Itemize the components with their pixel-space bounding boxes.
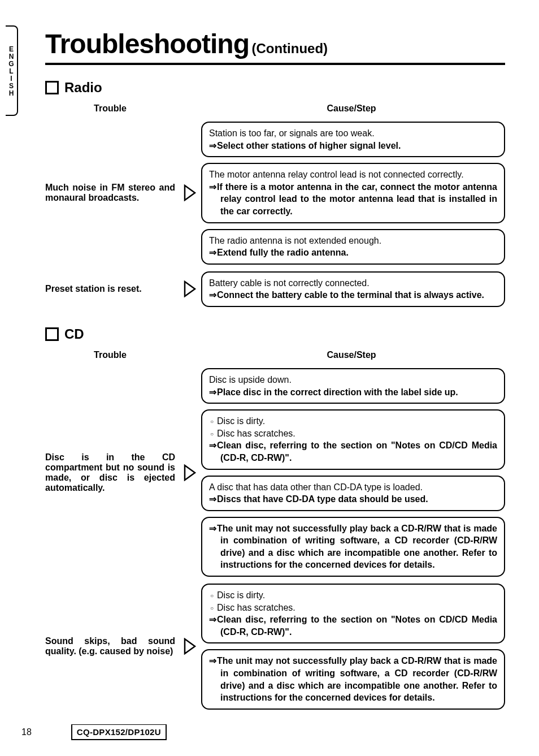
square-bullet-icon [45, 81, 59, 94]
title-row: Troubleshooting (Continued) [45, 28, 505, 65]
section-heading-radio: Radio [45, 80, 505, 96]
model-label: CQ-DPX152/DP102U [71, 724, 167, 740]
section-heading-label: Radio [64, 80, 102, 96]
cause-box: Disc is upside down. Place disc in the c… [201, 368, 505, 404]
step-text: Place disc in the correct direction with… [209, 386, 497, 399]
step-text: Discs that have CD-DA type data should b… [209, 493, 497, 506]
col-trouble: Trouble [45, 350, 175, 360]
arrow-icon [179, 122, 201, 265]
cause-text: Station is too far, or signals are too w… [209, 127, 497, 140]
footer: 18 CQ-DPX152/DP102U [21, 724, 167, 740]
table-row: Disc is in the CD compartment but no sou… [45, 368, 505, 577]
page-title: Troubleshooting [45, 29, 249, 59]
col-cause: Cause/Step [198, 103, 505, 114]
step-text: Select other stations of higher signal l… [209, 140, 497, 152]
cause-box: The radio antenna is not extended enough… [201, 229, 505, 265]
page-number: 18 [21, 727, 32, 737]
table-row: Sound skips, bad sound quality. (e.g. ca… [45, 584, 505, 710]
section-heading-label: CD [64, 326, 84, 342]
cause-box: Station is too far, or signals are too w… [201, 122, 505, 157]
cause-box: A disc that has data other than CD-DA ty… [201, 476, 505, 511]
step-text: The unit may not successfully play back … [209, 655, 497, 703]
cause-bullet: Disc has scratches. [210, 427, 497, 440]
table-header: Trouble Cause/Step [45, 103, 505, 114]
step-text: Clean disc, referring to the section on … [209, 614, 497, 638]
table-row: Much noise in FM stereo and monaural bro… [45, 122, 505, 265]
trouble-text: Sound skips, bad sound quality. (e.g. ca… [45, 584, 179, 710]
radio-table: Trouble Cause/Step Much noise in FM ster… [45, 103, 505, 307]
cause-box: Disc is dirty. Disc has scratches. Clean… [201, 584, 505, 643]
cd-table: Trouble Cause/Step Disc is in the CD com… [45, 350, 505, 710]
step-text: If there is a motor antenna in the car, … [209, 181, 497, 218]
arrow-icon [179, 271, 201, 307]
cause-box: The unit may not successfully play back … [201, 649, 505, 709]
cause-box: The motor antenna relay control lead is … [201, 163, 505, 223]
cause-bullet: Disc has scratches. [210, 602, 497, 614]
cause-box: Battery cable is not correctly connected… [201, 271, 505, 307]
table-row: Preset station is reset. Battery cable i… [45, 271, 505, 307]
cause-bullet: Disc is dirty. [210, 589, 497, 602]
step-text: Extend fully the radio antenna. [209, 247, 497, 259]
step-text: Connect the battery cable to the termina… [209, 289, 497, 301]
section-heading-cd: CD [45, 326, 505, 342]
step-text: The unit may not successfully play back … [209, 522, 497, 571]
trouble-text: Disc is in the CD compartment but no sou… [45, 368, 179, 577]
table-header: Trouble Cause/Step [45, 350, 505, 360]
cause-text: A disc that has data other than CD-DA ty… [209, 481, 497, 494]
cause-box: The unit may not successfully play back … [201, 517, 505, 577]
cause-text: Disc is upside down. [209, 374, 497, 386]
col-cause: Cause/Step [198, 350, 505, 360]
col-trouble: Trouble [45, 103, 175, 114]
page-subtitle: (Continued) [251, 41, 328, 56]
step-text: Clean disc, referring to the section on … [209, 439, 497, 464]
square-bullet-icon [45, 327, 59, 341]
cause-text: The radio antenna is not extended enough… [209, 235, 497, 247]
cause-text: Battery cable is not correctly connected… [209, 277, 497, 290]
arrow-icon [179, 368, 201, 577]
cause-box: Disc is dirty. Disc has scratches. Clean… [201, 409, 505, 469]
cause-bullet: Disc is dirty. [210, 415, 497, 427]
language-tab: ENGLISH [6, 25, 18, 116]
cause-text: The motor antenna relay control lead is … [209, 169, 497, 181]
trouble-text: Preset station is reset. [45, 271, 179, 307]
arrow-icon [179, 584, 201, 710]
page-content: Troubleshooting (Continued) Radio Troubl… [0, 0, 539, 727]
trouble-text: Much noise in FM stereo and monaural bro… [45, 122, 179, 265]
